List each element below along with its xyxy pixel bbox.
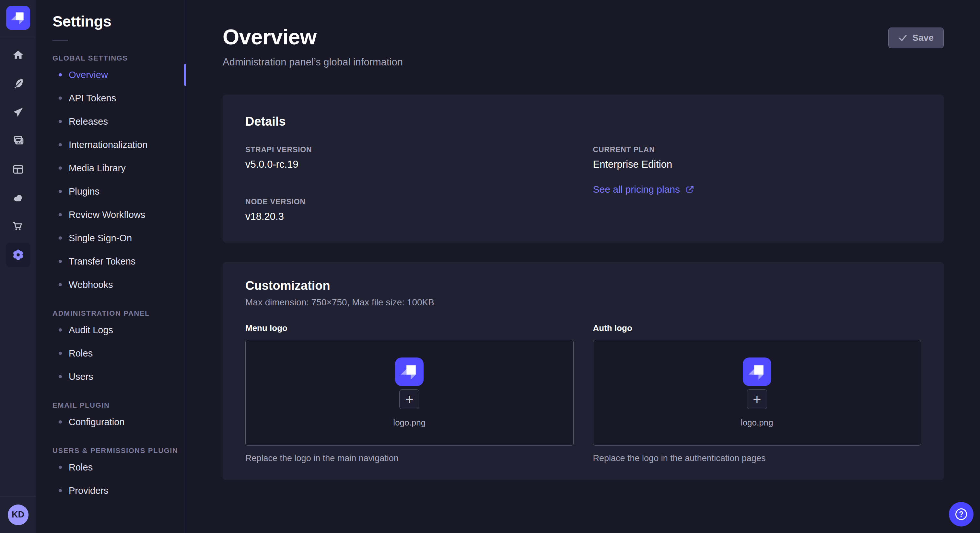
bullet-icon [59,73,62,76]
rail-user-section: KD [0,496,36,533]
save-button[interactable]: Save [888,27,944,48]
bullet-icon [59,120,62,123]
section-email-plugin: EMAIL PLUGIN [36,401,186,409]
layout-icon [11,163,25,176]
page-subtitle: Administration panel’s global informatio… [223,56,403,68]
customization-subtitle: Max dimension: 750×750, Max file size: 1… [245,297,921,308]
subnav-divider [52,40,68,40]
nav-settings[interactable] [0,241,36,269]
section-administration-panel: ADMINISTRATION PANEL [36,309,186,318]
strapi-logo-preview [395,357,423,386]
nav-releases[interactable] [0,98,36,127]
send-icon [11,106,25,119]
subnav-item-transfer-tokens[interactable]: Transfer Tokens [36,250,186,273]
auth-logo-filename: logo.png [741,418,773,428]
add-menu-logo-button[interactable]: + [399,389,419,409]
brand-logo-wrap [0,0,36,37]
users-permissions-list: Roles Providers [36,455,186,502]
bullet-icon [59,489,62,492]
subnav-item-plugins[interactable]: Plugins [36,180,186,203]
strapi-version-field: STRAPI VERSION v5.0.0-rc.19 [245,145,574,170]
nav-home[interactable] [0,41,36,70]
bullet-icon [59,213,62,216]
menu-logo-hint: Replace the logo in the main navigation [245,453,574,463]
nav-deploy[interactable] [0,184,36,212]
gear-icon [11,248,25,262]
current-plan-field: CURRENT PLAN Enterprise Edition [593,145,921,170]
bullet-icon [59,466,62,469]
details-left-column: STRAPI VERSION v5.0.0-rc.19 NODE VERSION… [245,145,574,222]
bullet-icon [59,236,62,240]
main-content: Overview Administration panel’s global i… [186,0,980,533]
customization-card: Customization Max dimension: 750×750, Ma… [223,262,944,480]
external-link-icon [685,185,695,194]
details-title: Details [245,115,921,128]
help-button[interactable]: ? [949,502,974,527]
bullet-icon [59,352,62,355]
bullet-icon [59,143,62,146]
menu-logo-filename: logo.png [393,418,425,428]
node-version-field: NODE VERSION v18.20.3 [245,198,574,222]
subnav-item-webhooks[interactable]: Webhooks [36,273,186,296]
checkmark-icon [898,33,907,43]
settings-subnav: Settings GLOBAL SETTINGS Overview API To… [36,0,186,533]
section-users-permissions-plugin: USERS & PERMISSIONS PLUGIN [36,447,186,455]
subnav-item-admin-users[interactable]: Users [36,365,186,388]
bullet-icon [59,167,62,170]
logo-upload-grid: Menu logo + logo.png Replace the logo in… [245,323,921,463]
details-card: Details STRAPI VERSION v5.0.0-rc.19 NODE… [223,95,944,243]
auth-logo-hint: Replace the logo in the authentication p… [593,453,921,463]
administration-panel-list: Audit Logs Roles Users [36,318,186,388]
details-grid: STRAPI VERSION v5.0.0-rc.19 NODE VERSION… [245,145,921,222]
email-plugin-list: Configuration [36,410,186,434]
menu-logo-field: Menu logo + logo.png Replace the logo in… [245,323,574,463]
section-global-settings: GLOBAL SETTINGS [36,54,186,62]
subnav-item-single-sign-on[interactable]: Single Sign-On [36,226,186,250]
subnav-item-overview[interactable]: Overview [36,63,186,86]
global-settings-list: Overview API Tokens Releases Internation… [36,63,186,296]
page-title: Overview [223,25,403,49]
subnav-item-api-tokens[interactable]: API Tokens [36,86,186,110]
strapi-logo-preview [743,357,771,386]
avatar[interactable]: KD [8,504,29,525]
bullet-icon [59,283,62,286]
cloud-icon [11,191,25,205]
main-nav-rail: KD [0,0,36,533]
subnav-item-admin-roles[interactable]: Roles [36,342,186,365]
auth-logo-label: Auth logo [593,323,921,333]
subnav-item-audit-logs[interactable]: Audit Logs [36,318,186,342]
auth-logo-dropzone[interactable]: + logo.png [593,339,921,446]
subnav-item-media-library[interactable]: Media Library [36,156,186,180]
menu-logo-label: Menu logo [245,323,574,333]
bullet-icon [59,190,62,193]
subnav-item-up-roles[interactable]: Roles [36,455,186,479]
subnav-item-releases[interactable]: Releases [36,110,186,133]
nav-content-manager[interactable] [0,155,36,184]
subnav-item-review-workflows[interactable]: Review Workflows [36,203,186,226]
page-header: Overview Administration panel’s global i… [223,0,944,68]
feather-icon [11,77,25,90]
bullet-icon [59,375,62,378]
images-icon [11,134,25,148]
subnav-item-email-configuration[interactable]: Configuration [36,410,186,434]
pricing-plans-link[interactable]: See all pricing plans [593,184,695,195]
bullet-icon [59,97,62,100]
details-right-column: CURRENT PLAN Enterprise Edition See all … [593,145,921,222]
bullet-icon [59,420,62,424]
strapi-logo[interactable] [6,6,30,30]
subnav-item-internationalization[interactable]: Internationalization [36,133,186,156]
settings-active-button[interactable] [6,243,30,267]
subnav-item-up-providers[interactable]: Providers [36,479,186,502]
home-icon [11,49,25,62]
question-mark-icon: ? [955,508,967,520]
add-auth-logo-button[interactable]: + [747,389,767,409]
customization-title: Customization [245,279,921,293]
bullet-icon [59,328,62,332]
rail-icon-list [0,37,36,269]
subnav-title: Settings [36,0,186,30]
nav-content-builder[interactable] [0,70,36,98]
menu-logo-dropzone[interactable]: + logo.png [245,339,574,446]
nav-marketplace[interactable] [0,212,36,241]
nav-media-library[interactable] [0,127,36,155]
cart-icon [11,219,25,233]
